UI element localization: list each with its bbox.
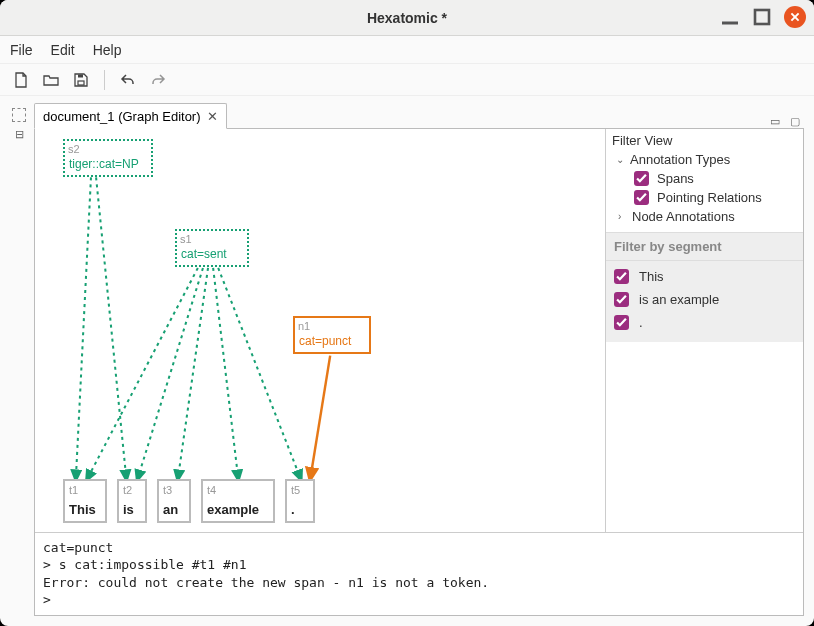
tab-right-controls: ▭ ▢ [770, 115, 804, 128]
token-t1[interactable]: t1 This [63, 479, 107, 523]
token-t3[interactable]: t3 an [157, 479, 191, 523]
svg-line-13 [310, 356, 330, 482]
svg-line-12 [218, 268, 301, 481]
svg-line-11 [213, 268, 238, 481]
token-id: t1 [65, 481, 105, 496]
token-id: t3 [159, 481, 189, 496]
toolbar [0, 64, 814, 96]
caret-right-icon: › [618, 211, 628, 222]
console-prompt: > [43, 592, 51, 607]
filter-pointing-row[interactable]: Pointing Relations [606, 188, 803, 207]
window-controls [720, 6, 806, 28]
token-id: t4 [203, 481, 273, 496]
menu-file[interactable]: File [10, 42, 33, 58]
filter-view-title: Filter View [606, 129, 803, 150]
graph-node-n1[interactable]: n1 cat=punct [293, 316, 371, 354]
checkbox-checked-icon[interactable] [634, 171, 649, 186]
menubar: File Edit Help [0, 36, 814, 64]
token-word: is [119, 496, 145, 521]
content-area: ⊟ document_1 (Graph Editor) ✕ ▭ ▢ [0, 96, 814, 626]
menu-help[interactable]: Help [93, 42, 122, 58]
token-word: example [203, 496, 273, 521]
svg-line-8 [86, 268, 198, 481]
filter-panel: Filter View ⌄ Annotation Types Spans Poi… [605, 129, 803, 532]
gutter-collapse-icon[interactable]: ⊟ [15, 128, 24, 141]
graph-canvas[interactable]: s2 tiger::cat=NP s1 cat=sent n1 cat=punc… [35, 129, 605, 532]
node-id: n1 [298, 320, 310, 332]
toolbar-separator [104, 70, 105, 90]
editor-split: s2 tiger::cat=NP s1 cat=sent n1 cat=punc… [35, 129, 803, 532]
svg-line-7 [96, 177, 127, 481]
undo-icon[interactable] [117, 69, 139, 91]
segment-label: is an example [639, 292, 719, 307]
console-line: cat=punct [43, 540, 113, 555]
token-t5[interactable]: t5 . [285, 479, 315, 523]
minimize-button[interactable] [720, 7, 740, 27]
svg-rect-5 [78, 74, 83, 77]
maximize-view-icon[interactable]: ▢ [790, 115, 800, 128]
segment-row-this[interactable]: This [606, 265, 803, 288]
filter-spans-row[interactable]: Spans [606, 169, 803, 188]
token-id: t2 [119, 481, 145, 496]
svg-line-9 [137, 268, 203, 481]
segment-row-period[interactable]: . [606, 311, 803, 334]
node-annotations-label: Node Annotations [632, 209, 735, 224]
tab-close-icon[interactable]: ✕ [207, 109, 218, 124]
main-column: document_1 (Graph Editor) ✕ ▭ ▢ [34, 102, 804, 616]
graph-node-s2[interactable]: s2 tiger::cat=NP [63, 139, 153, 177]
redo-icon[interactable] [147, 69, 169, 91]
annotation-types-row[interactable]: ⌄ Annotation Types [606, 150, 803, 169]
save-icon[interactable] [70, 69, 92, 91]
minimize-view-icon[interactable]: ▭ [770, 115, 780, 128]
left-gutter: ⊟ [10, 102, 28, 616]
node-annotations-row[interactable]: › Node Annotations [606, 207, 803, 226]
svg-rect-1 [755, 10, 769, 24]
open-folder-icon[interactable] [40, 69, 62, 91]
svg-line-6 [76, 177, 91, 481]
filter-by-segment-header: Filter by segment [606, 232, 803, 261]
maximize-button[interactable] [752, 7, 772, 27]
graph-node-s1[interactable]: s1 cat=sent [175, 229, 249, 267]
tab-document-1[interactable]: document_1 (Graph Editor) ✕ [34, 103, 227, 129]
titlebar: Hexatomic * [0, 0, 814, 36]
close-button[interactable] [784, 6, 806, 28]
console-line: > s cat:impossible #t1 #n1 [43, 557, 247, 572]
caret-down-icon: ⌄ [616, 154, 626, 165]
segment-label: This [639, 269, 664, 284]
checkbox-checked-icon[interactable] [614, 269, 629, 284]
console-line: Error: could not create the new span - n… [43, 575, 489, 590]
gutter-icon-1[interactable] [12, 108, 26, 122]
token-id: t5 [287, 481, 313, 496]
console-output[interactable]: cat=punct > s cat:impossible #t1 #n1 Err… [35, 532, 803, 615]
checkbox-checked-icon[interactable] [614, 292, 629, 307]
editor-body: s2 tiger::cat=NP s1 cat=sent n1 cat=punc… [34, 128, 804, 616]
spans-label: Spans [657, 171, 694, 186]
node-id: s2 [68, 143, 80, 155]
window-title: Hexatomic * [367, 10, 447, 26]
annotation-types-label: Annotation Types [630, 152, 730, 167]
token-word: . [287, 496, 313, 521]
checkbox-checked-icon[interactable] [614, 315, 629, 330]
node-id: s1 [180, 233, 192, 245]
token-word: This [65, 496, 105, 521]
segment-row-is-an-example[interactable]: is an example [606, 288, 803, 311]
segment-list: This is an example . [606, 261, 803, 342]
new-file-icon[interactable] [10, 69, 32, 91]
pointing-relations-label: Pointing Relations [657, 190, 762, 205]
tab-label: document_1 (Graph Editor) [43, 109, 201, 124]
token-t2[interactable]: t2 is [117, 479, 147, 523]
token-word: an [159, 496, 189, 521]
checkbox-checked-icon[interactable] [634, 190, 649, 205]
app-window: Hexatomic * File Edit Help [0, 0, 814, 626]
segment-label: . [639, 315, 643, 330]
svg-line-10 [178, 268, 209, 481]
token-t4[interactable]: t4 example [201, 479, 275, 523]
editor-tabbar: document_1 (Graph Editor) ✕ ▭ ▢ [34, 102, 804, 128]
svg-rect-4 [78, 81, 84, 85]
menu-edit[interactable]: Edit [51, 42, 75, 58]
